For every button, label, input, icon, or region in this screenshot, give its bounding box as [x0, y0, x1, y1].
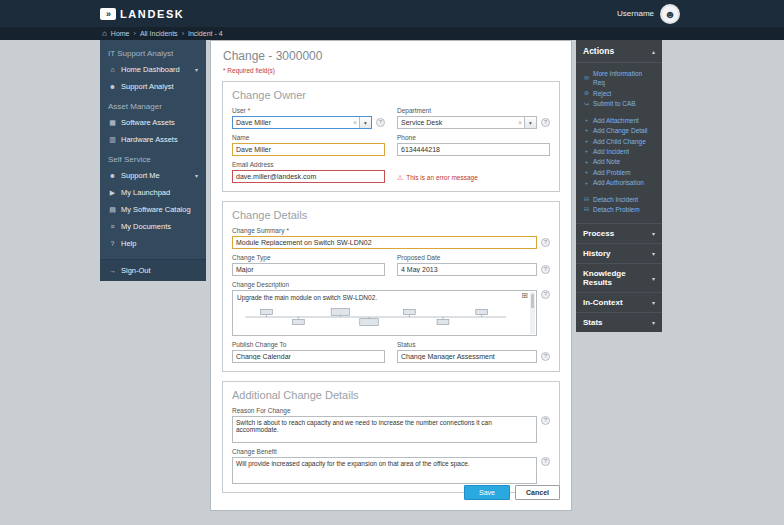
action-add-authorisation[interactable]: + Add Authorisation	[583, 178, 655, 187]
publish-change-to-field[interactable]	[232, 350, 385, 363]
action-more-information-req[interactable]: ✉ More Information Req	[583, 69, 655, 88]
save-button[interactable]: Save	[464, 485, 510, 500]
change-summary-field[interactable]	[232, 236, 537, 249]
sidebar-item-label: Support Me	[121, 171, 160, 180]
section-knowledge-results[interactable]: Knowledge Results ▾	[576, 263, 662, 292]
breadcrumb-separator: ›	[134, 30, 136, 37]
description-help-icon[interactable]: ?	[541, 290, 550, 299]
action-add-change-detail[interactable]: + Add Change Detail	[583, 126, 655, 135]
user-value: Dave Miller	[233, 119, 351, 126]
sign-out-icon: →	[108, 267, 117, 274]
breadcrumb-item-home[interactable]: Home	[111, 30, 130, 37]
avatar[interactable]: ☻	[660, 4, 680, 24]
reason-help-icon[interactable]: ?	[541, 416, 550, 425]
add-icon: +	[583, 126, 590, 135]
clear-icon[interactable]: ×	[351, 119, 359, 126]
spacer	[397, 161, 550, 168]
proposed-date-field[interactable]	[397, 263, 537, 276]
change-details-section: Change Details Change Summary* ? Change …	[222, 201, 560, 372]
change-owner-section: Change Owner User* Dave Miller × ▾ ? Dep…	[222, 81, 560, 192]
date-help-icon[interactable]: ?	[541, 265, 550, 274]
username-label[interactable]: Username	[617, 9, 654, 18]
sidebar-item-support-analyst[interactable]: ☻ Support Analyst	[100, 78, 206, 95]
action-detach-problem[interactable]: ⊟ Detach Problem	[583, 205, 655, 214]
actions-links: ✉ More Information Req ⊘ Reject ↪ Submit…	[576, 63, 662, 223]
add-icon: +	[583, 137, 590, 146]
clear-icon[interactable]: ×	[516, 119, 524, 126]
dashboard-icon: ⌂	[108, 66, 117, 73]
section-process[interactable]: Process ▾	[576, 223, 662, 243]
change-summary-label: Change Summary*	[232, 227, 550, 234]
action-reject[interactable]: ⊘ Reject	[583, 89, 655, 98]
proposed-date-label: Proposed Date	[397, 254, 550, 261]
expand-icon[interactable]: ⊞	[521, 292, 528, 300]
dropdown-arrow-icon[interactable]: ▾	[524, 117, 536, 128]
person-icon: ☻	[664, 8, 676, 20]
breadcrumb-item-all-incidents[interactable]: All Incidents	[140, 30, 178, 37]
sign-out-button[interactable]: → Sign-Out	[100, 259, 206, 281]
user-help-icon[interactable]: ?	[376, 118, 385, 127]
sidebar-item-my-software-catalog[interactable]: ▤ My Software Catalog	[100, 201, 206, 218]
chevron-down-icon: ▾	[652, 230, 655, 237]
action-detach-incident[interactable]: ⊟ Detach Incident	[583, 195, 655, 204]
sidebar-item-hardware-assets[interactable]: ▥ Hardware Assets	[100, 131, 206, 148]
analyst-icon: ☻	[108, 83, 117, 90]
sidebar-item-label: My Software Catalog	[121, 205, 191, 214]
breadcrumb-item-current[interactable]: Incident - 4	[188, 30, 223, 37]
reason-for-change-field[interactable]: Switch is about to reach capacity and we…	[232, 416, 537, 443]
email-field[interactable]	[232, 170, 385, 183]
brand-text: LANDESK	[120, 8, 184, 20]
change-details-heading: Change Details	[232, 209, 550, 221]
department-help-icon[interactable]: ?	[541, 118, 550, 127]
status-field[interactable]	[397, 350, 537, 363]
scrollbar-thumb[interactable]	[531, 294, 534, 308]
chevron-down-icon: ▾	[652, 275, 655, 282]
cancel-button[interactable]: Cancel	[515, 485, 560, 500]
summary-help-icon[interactable]: ?	[541, 238, 550, 247]
action-submit-to-cab[interactable]: ↪ Submit to CAB	[583, 99, 655, 108]
sidebar-item-software-assets[interactable]: ▦ Software Assets	[100, 114, 206, 131]
detach-icon: ⊟	[583, 205, 590, 214]
action-add-note[interactable]: + Add Note	[583, 157, 655, 166]
actions-header[interactable]: Actions ▴	[576, 40, 662, 63]
left-sidebar: IT Support Analyst ⌂ Home Dashboard ▾ ☻ …	[100, 40, 206, 281]
email-error-message: ⚠ This is an error message	[397, 170, 550, 183]
sidebar-item-my-documents[interactable]: ≡ My Documents	[100, 218, 206, 235]
section-in-context[interactable]: In-Context ▾	[576, 292, 662, 312]
status-label: Status	[397, 341, 550, 348]
action-add-incident[interactable]: + Add Incident	[583, 147, 655, 156]
description-scrollbar[interactable]	[530, 292, 535, 334]
sidebar-item-support-me[interactable]: ☻ Support Me ▾	[100, 167, 206, 184]
dropdown-arrow-icon[interactable]: ▾	[359, 117, 371, 128]
network-diagram	[237, 304, 514, 330]
phone-field[interactable]	[397, 143, 550, 156]
sidebar-item-my-launchpad[interactable]: ▶ My Launchpad	[100, 184, 206, 201]
sidebar-item-help[interactable]: ? Help	[100, 235, 206, 252]
brand-logo: » LANDESK	[100, 8, 184, 20]
sidebar-item-label: My Documents	[121, 222, 171, 231]
sidebar-item-home-dashboard[interactable]: ⌂ Home Dashboard ▾	[100, 61, 206, 78]
documents-icon: ≡	[108, 223, 117, 230]
section-history[interactable]: History ▾	[576, 243, 662, 263]
change-description-field[interactable]: Upgrade the main module on switch SW-LDN…	[232, 290, 537, 336]
change-description-label: Change Description	[232, 281, 550, 288]
change-type-field[interactable]	[232, 263, 385, 276]
action-add-attachment[interactable]: + Add Attachment	[583, 116, 655, 125]
sidebar-item-label: Software Assets	[121, 118, 175, 127]
change-benefit-field[interactable]: Will provide increased capacity for the …	[232, 457, 537, 484]
sidebar-item-label: Help	[121, 239, 136, 248]
action-add-problem[interactable]: + Add Problem	[583, 168, 655, 177]
department-label: Department	[397, 107, 550, 114]
chevron-up-icon: ▴	[652, 48, 655, 55]
section-stats[interactable]: Stats ▾	[576, 312, 662, 332]
benefit-help-icon[interactable]: ?	[541, 457, 550, 466]
home-icon[interactable]: ⌂	[102, 29, 107, 38]
department-combobox[interactable]: Service Desk × ▾	[397, 116, 537, 129]
description-text: Upgrade the main module on switch SW-LDN…	[237, 294, 377, 301]
name-label: Name	[232, 134, 385, 141]
status-help-icon[interactable]: ?	[541, 352, 550, 361]
name-field[interactable]	[232, 143, 385, 156]
action-add-child-change[interactable]: + Add Child Change	[583, 137, 655, 146]
user-combobox[interactable]: Dave Miller × ▾	[232, 116, 372, 129]
sidebar-group-asset-manager: Asset Manager	[100, 95, 206, 114]
